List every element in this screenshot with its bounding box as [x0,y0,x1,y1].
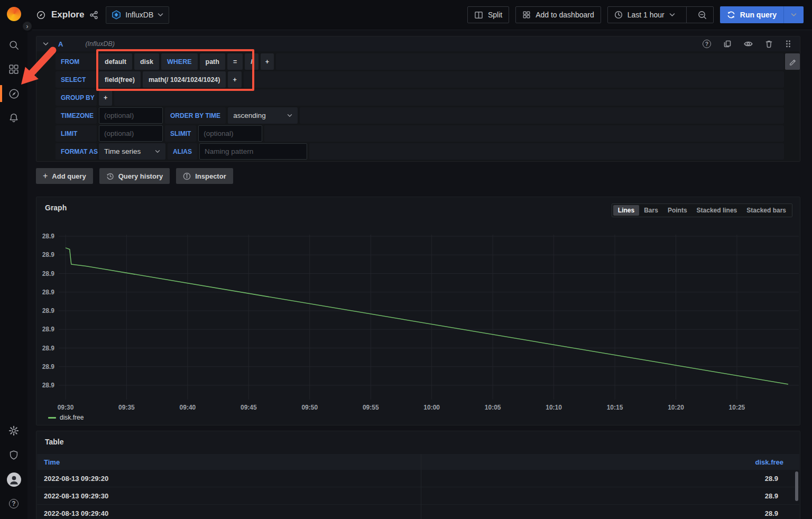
svg-text:10:15: 10:15 [607,404,623,411]
drag-handle-grip-icon[interactable] [785,40,791,48]
row-filler[interactable] [276,53,784,70]
sidebar-item-configuration[interactable] [0,419,27,443]
top-navigation: Explore InfluxDB Split Add to dashboard [27,0,812,30]
sidebar-expand-button[interactable]: › [21,20,33,32]
query-datasource-hint: (InfluxDB) [85,40,115,48]
time-range-picker[interactable]: Last 1 hour [608,7,681,23]
sidebar-item-dashboards[interactable] [0,57,27,81]
split-label: Split [488,11,502,19]
limit-input[interactable] [99,125,163,142]
clock-icon [614,11,623,19]
explore-compass-icon [8,88,20,100]
query-ref-id: A [58,40,63,48]
sidebar-item-search[interactable] [0,33,27,57]
add-query-button[interactable]: + Add query [36,168,93,184]
sidebar-item-help[interactable]: ? [0,492,27,516]
sidebar-item-profile[interactable] [0,467,27,492]
svg-text:10:05: 10:05 [485,404,501,411]
inspector-button[interactable]: Inspector [176,168,233,184]
query-segment[interactable]: path [200,53,225,70]
cell-disk-free: 28.9 [765,509,799,517]
order-by-time-select[interactable]: ascending [228,107,298,124]
svg-text:28.9: 28.9 [42,345,55,352]
toggle-visibility-eye-icon[interactable] [744,40,753,48]
column-header-disk-free[interactable]: disk.free [755,458,799,466]
gear-icon [8,425,20,437]
sidebar-item-explore[interactable] [0,81,27,106]
query-segment[interactable]: WHERE [161,53,198,70]
influxdb-logo-icon [112,10,121,20]
time-range-label: Last 1 hour [628,11,665,19]
row-filler[interactable] [244,71,784,88]
graph-canvas[interactable]: 28.928.928.928.928.928.928.928.928.909:3… [36,197,800,425]
alias-input[interactable] [199,143,307,160]
query-segment[interactable]: field(free) [99,71,141,88]
svg-text:28.9: 28.9 [42,382,55,389]
delete-query-trash-icon[interactable] [765,40,773,48]
share-icon[interactable] [89,11,98,20]
table-row: 2022-08-13 09:29:4028.9 [37,505,799,519]
row-filler[interactable] [300,107,784,124]
timezone-input[interactable] [99,107,163,124]
query-segment[interactable]: / [245,53,258,70]
query-segment[interactable]: = [227,53,243,70]
cell-time: 2022-08-13 09:29:30 [37,492,108,500]
plus-icon: + [43,171,48,181]
search-icon [8,39,20,51]
run-query-dropdown[interactable] [784,6,804,23]
query-segment[interactable]: + [228,71,241,88]
page-title: Explore [51,10,84,20]
svg-text:28.9: 28.9 [42,233,55,240]
row-filler[interactable] [309,143,784,160]
datasource-picker[interactable]: InfluxDB [106,6,169,24]
legend-item-disk-free[interactable]: disk.free [48,414,84,421]
split-button[interactable]: Split [467,6,509,23]
query-row-select: SELECT field(free)math(/ 1024/1024/1024)… [56,71,784,88]
time-range-group: Last 1 hour [607,6,714,23]
query-history-button[interactable]: Query history [99,168,170,184]
table-row: 2022-08-13 09:29:3028.9 [37,487,799,505]
row-filler[interactable] [264,125,784,142]
limit-label: LIMIT [56,125,97,142]
group-by-segments: + [99,89,112,106]
avatar [7,472,21,487]
datasource-name: InfluxDB [125,11,153,19]
sidebar-item-server-admin[interactable] [0,443,27,467]
table-scrollbar-thumb[interactable] [795,471,798,501]
timezone-label: TIMEZONE [56,107,97,124]
run-query-group: Run query [720,6,804,23]
add-to-dashboard-label: Add to dashboard [536,11,594,19]
query-segment[interactable]: disk [134,53,159,70]
cell-time: 2022-08-13 09:29:40 [37,509,108,517]
svg-text:09:30: 09:30 [58,404,74,411]
column-header-time[interactable]: Time [37,458,60,466]
toggle-text-edit-pencil-button[interactable] [785,53,800,70]
zoom-out-icon [698,11,707,20]
history-icon [106,172,114,180]
graph-panel: Graph LinesBarsPointsStacked linesStacke… [36,197,800,425]
svg-text:10:25: 10:25 [729,404,745,411]
query-row-header[interactable]: A (InfluxDB) ? [36,36,800,51]
slimit-input[interactable] [198,125,262,142]
format-as-select[interactable]: Time series [99,143,165,160]
sidebar-item-alerting[interactable] [0,106,27,130]
query-segment[interactable]: math(/ 1024/1024/1024) [143,71,226,88]
row-filler[interactable] [114,89,784,106]
query-help-icon[interactable]: ? [703,40,711,48]
split-columns-icon [474,11,483,20]
query-segment[interactable]: + [261,53,274,70]
table-panel: Table Time disk.free 2022-08-13 09:29:20… [36,431,800,519]
select-label: SELECT [56,71,97,88]
grafana-logo[interactable] [7,7,21,21]
query-segment[interactable]: default [99,53,132,70]
svg-text:28.9: 28.9 [42,251,55,258]
svg-text:28.9: 28.9 [42,363,55,370]
svg-text:09:55: 09:55 [363,404,379,411]
legend-series-swatch [48,417,56,419]
zoom-out-time-button[interactable] [691,7,713,23]
add-to-dashboard-button[interactable]: Add to dashboard [515,6,601,23]
duplicate-query-icon[interactable] [723,40,732,48]
run-query-button[interactable]: Run query [720,6,783,23]
query-segment[interactable]: + [99,89,112,106]
collapse-chevron-icon[interactable] [43,42,49,46]
